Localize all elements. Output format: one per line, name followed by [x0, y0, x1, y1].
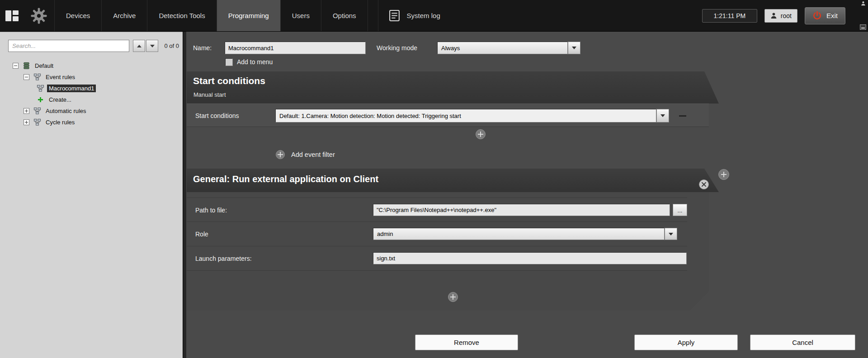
remove-action-button[interactable] — [699, 179, 709, 189]
path-row: Path to file: ... — [187, 198, 687, 222]
tab-options[interactable]: Options — [321, 0, 368, 31]
params-input[interactable] — [373, 252, 687, 264]
exit-button[interactable]: Exit — [805, 7, 845, 24]
user-icon — [770, 12, 777, 19]
params-row: Launch parameters: — [187, 246, 687, 271]
add-condition-button[interactable] — [476, 129, 486, 139]
chevron-down-icon — [150, 45, 155, 47]
top-bar: Devices Archive Detection Tools Programm… — [0, 0, 868, 32]
macro-icon — [33, 118, 41, 127]
add-action-button[interactable] — [718, 169, 729, 180]
clock-display: 1:21:11 PM — [702, 9, 757, 23]
cancel-button-label: Cancel — [792, 339, 813, 346]
clock-text: 1:21:11 PM — [714, 12, 746, 19]
role-row: Role admin — [187, 222, 687, 246]
top-bar-right: 1:21:11 PM root Exit — [702, 7, 868, 24]
gear-icon — [30, 7, 47, 24]
working-mode-dropdown-button[interactable] — [568, 42, 580, 54]
tab-users[interactable]: Users — [280, 0, 321, 31]
macro-icon — [33, 73, 41, 81]
minimize-panel-button[interactable] — [860, 24, 866, 30]
main-nav-tabs: Devices Archive Detection Tools Programm… — [54, 0, 368, 31]
search-prev-button[interactable] — [133, 40, 145, 52]
role-value: admin — [377, 231, 393, 237]
expander-collapse-icon[interactable] — [13, 63, 19, 69]
apply-button-label: Apply — [678, 339, 695, 346]
tab-label: Devices — [66, 12, 90, 19]
tab-programming[interactable]: Programming — [217, 0, 280, 31]
tree-item-create[interactable]: Create... — [2, 94, 181, 105]
remove-button[interactable]: Remove — [415, 334, 518, 350]
tab-label: Detection Tools — [159, 12, 205, 19]
start-conditions-title: Start conditions — [193, 75, 265, 86]
start-conditions-subtitle: Manual start — [193, 91, 226, 98]
role-dropdown-button[interactable] — [665, 228, 677, 240]
tree-item-label: Automatic rules — [44, 107, 88, 115]
working-mode-select[interactable]: Always — [437, 42, 568, 54]
tree-item-label-selected: Macrocommand1 — [47, 85, 96, 92]
session-user-icon — [861, 1, 866, 6]
tree-item-automatic-rules[interactable]: Automatic rules — [2, 105, 181, 117]
settings-gear-icon[interactable] — [26, 7, 52, 24]
search-result-counter: 0 of 0 — [164, 42, 179, 49]
system-log-label: System log — [407, 12, 440, 19]
add-icon — [36, 96, 44, 104]
remove-button-label: Remove — [454, 339, 479, 346]
expander-expand-icon[interactable] — [24, 119, 29, 125]
current-user-button[interactable]: root — [764, 9, 797, 23]
add-to-menu-label: Add to menu — [237, 58, 273, 66]
remove-condition-button[interactable] — [678, 111, 688, 121]
role-select[interactable]: admin — [373, 228, 665, 240]
power-icon — [812, 11, 822, 20]
tab-detection-tools[interactable]: Detection Tools — [147, 0, 216, 31]
tree-item-default[interactable]: Default — [2, 60, 181, 71]
add-action-row-button[interactable] — [448, 292, 458, 302]
object-tree: Default Event rules Macrocommand1 — [2, 60, 181, 128]
name-label: Name: — [193, 42, 212, 54]
tab-devices[interactable]: Devices — [54, 0, 101, 31]
search-next-button[interactable] — [146, 40, 158, 52]
tree-item-label: Default — [33, 62, 55, 70]
expander-expand-icon[interactable] — [24, 108, 29, 114]
tab-label: Programming — [228, 12, 269, 19]
layout-tiles-icon[interactable] — [5, 10, 19, 21]
cancel-button[interactable]: Cancel — [750, 334, 855, 350]
path-label: Path to file: — [195, 198, 227, 222]
apply-button[interactable]: Apply — [634, 334, 738, 350]
system-log-icon — [388, 9, 401, 22]
add-to-menu-checkbox[interactable] — [225, 58, 233, 66]
add-event-filter-label[interactable]: Add event filter — [291, 150, 335, 159]
start-condition-dropdown-button[interactable] — [656, 109, 669, 122]
chevron-up-icon — [137, 45, 142, 47]
params-label: Launch parameters: — [195, 246, 252, 271]
action-banner: General: Run external application on Cli… — [187, 169, 719, 192]
macro-icon — [36, 85, 44, 93]
application-window: Devices Archive Detection Tools Programm… — [0, 0, 868, 358]
tree-item-macrocommand1[interactable]: Macrocommand1 — [2, 83, 181, 94]
start-condition-label: Start conditions — [195, 104, 239, 127]
browse-button[interactable]: ... — [673, 204, 687, 216]
action-title: General: Run external application on Cli… — [193, 174, 378, 184]
macro-editor-panel: Name: Working mode Always Add to menu St… — [186, 32, 868, 358]
browse-label: ... — [678, 207, 683, 214]
add-event-filter-icon[interactable] — [276, 150, 285, 159]
working-mode-value: Always — [441, 45, 460, 52]
system-log-button[interactable]: System log — [378, 0, 450, 31]
search-input[interactable] — [8, 40, 129, 52]
tab-label: Users — [292, 12, 310, 19]
tree-item-label: Event rules — [44, 73, 77, 81]
exit-label: Exit — [826, 12, 838, 19]
tree-item-cycle-rules[interactable]: Cycle rules — [2, 117, 181, 128]
macro-icon — [33, 107, 41, 115]
start-conditions-banner: Start conditions Manual start — [187, 71, 719, 104]
path-input[interactable] — [373, 204, 670, 216]
name-input[interactable] — [225, 42, 366, 54]
server-icon — [22, 62, 30, 70]
tree-item-event-rules[interactable]: Event rules — [2, 71, 181, 83]
working-mode-label: Working mode — [377, 42, 417, 54]
expander-collapse-icon[interactable] — [24, 74, 29, 80]
start-condition-select[interactable]: Default: 1.Camera: Motion detection: Mot… — [275, 109, 656, 122]
object-tree-panel: 0 of 0 Default Event rules — [0, 32, 183, 358]
user-name: root — [781, 12, 792, 19]
tab-archive[interactable]: Archive — [101, 0, 147, 31]
